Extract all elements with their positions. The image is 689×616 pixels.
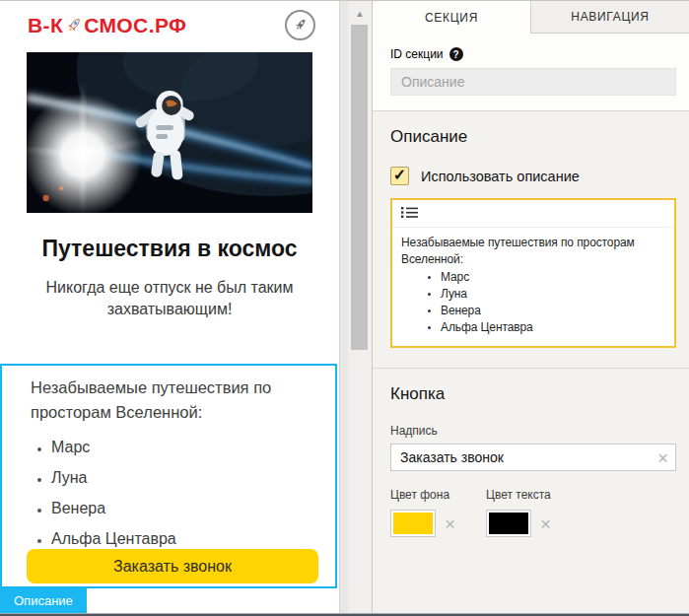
destination-item: Альфа Центавра xyxy=(51,530,321,548)
clear-input-icon[interactable]: × xyxy=(657,448,668,467)
checkbox-checked[interactable]: ✓ xyxy=(390,167,409,185)
logo-rocket-icon xyxy=(64,16,83,34)
section-intro-text: Незабываемые путешествия по просторам Вс… xyxy=(31,376,328,425)
editor-content[interactable]: Незабываемые путешествия по просторам Вс… xyxy=(392,228,674,346)
text-color-caption: Цвет текста xyxy=(486,488,551,502)
button-label-input[interactable] xyxy=(390,444,676,471)
checkbox-label: Использовать описание xyxy=(421,169,580,184)
logo-text-prefix: В-К xyxy=(28,14,63,37)
site-preview-pane: В-К СМОС.РФ xyxy=(0,1,340,616)
button-label-caption: Надпись xyxy=(390,424,676,438)
order-call-button[interactable]: Заказать звонок xyxy=(27,549,318,583)
tab-navigation[interactable]: НАВИГАЦИЯ xyxy=(531,1,689,34)
button-header: Кнопка xyxy=(390,384,676,404)
inspector-panel: СЕКЦИЯ НАВИГАЦИЯ ID секции ? Описание ✓ … xyxy=(373,1,689,616)
button-label-input-wrap: × xyxy=(390,444,676,471)
editor-destination-item: Альфа Центавра xyxy=(441,319,666,336)
panel-gap xyxy=(340,1,348,616)
bg-color-fill xyxy=(393,513,433,534)
site-logo: В-К СМОС.РФ xyxy=(28,14,186,37)
bg-color-caption: Цвет фона xyxy=(390,488,455,502)
color-settings-row: Цвет фона × Цвет текста × xyxy=(390,488,676,537)
inspector-tabs: СЕКЦИЯ НАВИГАЦИЯ xyxy=(373,1,689,34)
preview-scrollbar[interactable]: ▲ xyxy=(348,1,373,616)
description-header: Описание xyxy=(390,127,676,147)
preview-subtitle: Никогда еще отпуск не был таким захватыв… xyxy=(26,277,313,320)
destination-item: Венера xyxy=(51,500,321,517)
editor-intro-text: Незабываемые путешествия по просторам Вс… xyxy=(401,235,666,268)
scroll-up-arrow[interactable]: ▲ xyxy=(348,1,372,23)
destination-item: Луна xyxy=(51,469,321,487)
section-id-block: ID секции ? xyxy=(373,34,689,110)
clear-text-color-icon[interactable]: × xyxy=(540,514,551,533)
editor-destination-item: Луна xyxy=(441,286,666,303)
text-color-swatch[interactable] xyxy=(486,510,531,537)
app-root: В-К СМОС.РФ xyxy=(0,0,689,616)
selection-badge: Описание xyxy=(0,588,87,614)
section-id-label-row: ID секции ? xyxy=(390,47,676,61)
section-id-label: ID секции xyxy=(390,47,444,61)
logo-text-suffix: СМОС.РФ xyxy=(84,14,186,37)
description-editor[interactable]: Незабываемые путешествия по просторам Вс… xyxy=(390,198,676,348)
description-block: Описание ✓ Использовать описание xyxy=(373,110,689,368)
description-section-selected[interactable]: Незабываемые путешествия по просторам Вс… xyxy=(0,364,337,588)
tab-section[interactable]: СЕКЦИЯ xyxy=(373,1,531,34)
use-description-checkbox-row[interactable]: ✓ Использовать описание xyxy=(390,167,676,185)
editor-destinations-list: Марс Луна Венера Альфа Центавра xyxy=(401,269,666,336)
destinations-list: Марс Луна Венера Альфа Центавра xyxy=(31,439,321,548)
clear-bg-color-icon[interactable]: × xyxy=(445,514,455,533)
hero-image[interactable] xyxy=(27,52,312,213)
editor-destination-item: Марс xyxy=(441,269,666,286)
preview-title: Путешествия в космос xyxy=(10,236,329,262)
section-id-input[interactable] xyxy=(390,68,676,96)
text-color-fill xyxy=(489,513,528,534)
help-icon[interactable]: ? xyxy=(449,47,463,61)
scrollbar-thumb[interactable] xyxy=(351,25,368,350)
bg-color-swatch[interactable] xyxy=(390,510,436,537)
editor-destination-item: Венера xyxy=(441,303,666,319)
button-block: Кнопка Надпись × Цвет фона × Цвет xyxy=(373,368,689,557)
text-color-group: Цвет текста × xyxy=(486,488,551,537)
rocket-circle-icon xyxy=(285,10,315,40)
destination-item: Марс xyxy=(51,439,321,456)
checkmark-icon: ✓ xyxy=(393,168,406,183)
bulleted-list-icon[interactable] xyxy=(401,206,418,219)
editor-toolbar xyxy=(392,200,674,228)
preview-header-block[interactable]: В-К СМОС.РФ xyxy=(0,1,339,46)
bg-color-group: Цвет фона × xyxy=(390,488,455,537)
